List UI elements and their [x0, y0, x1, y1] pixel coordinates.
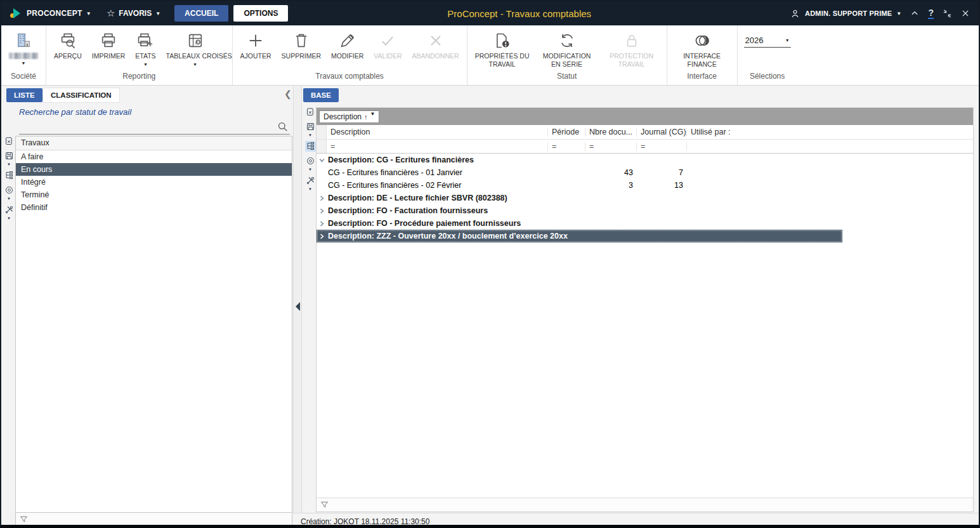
column-header-periode[interactable]: Période — [548, 128, 585, 136]
grid-group-row[interactable]: Description: CG - Ecritures financières — [317, 154, 842, 166]
societe-button[interactable]: ▼ — [4, 29, 43, 65]
cell-description: Description: ZZZ - Ouverture 20xx / bouc… — [327, 232, 842, 241]
grid-group-row[interactable]: Description: DE - Lecture fichier SBVR (… — [317, 192, 842, 204]
search-input[interactable] — [19, 119, 290, 135]
chevron-down-icon[interactable]: ▼ — [7, 197, 11, 201]
ribbon-group-interface: INTERFACE FINANCE Interface — [667, 25, 738, 85]
save-icon[interactable] — [305, 121, 316, 132]
list-item[interactable]: A faire — [16, 150, 292, 163]
eye-icon[interactable] — [4, 185, 15, 195]
window-title: ProConcept - Travaux comptables — [447, 8, 591, 19]
chevron-down-icon[interactable]: ▼ — [370, 111, 376, 117]
save-icon[interactable] — [4, 150, 15, 161]
building-icon — [15, 31, 32, 50]
ajouter-button[interactable]: AJOUTER — [235, 29, 277, 60]
close-icon — [961, 9, 970, 18]
list-item[interactable]: Définitif — [16, 201, 292, 214]
tree-view-icon[interactable] — [305, 141, 316, 152]
tableaux-croises-button[interactable]: TABLEAUX CROISÉS ▼ — [161, 29, 230, 67]
chevron-right-icon[interactable] — [317, 220, 327, 227]
left-filter-bar[interactable] — [15, 513, 292, 527]
splitter-collapse-icon[interactable] — [296, 302, 300, 311]
valider-button[interactable]: VALIDER — [369, 29, 407, 60]
column-header-nbre-docs[interactable]: Nbre docu... — [585, 128, 637, 136]
imprimer-button[interactable]: IMPRIMER — [87, 29, 131, 60]
chevron-down-icon[interactable]: ▼ — [7, 162, 11, 166]
column-header-journal[interactable]: Journal (CG) — [637, 128, 687, 136]
chevron-right-icon[interactable] — [317, 233, 327, 240]
chevron-right-icon[interactable] — [317, 208, 327, 214]
grid-group-row[interactable]: Description: ZZZ - Ouverture 20xx / bouc… — [317, 230, 842, 242]
grid-filter-bar[interactable] — [317, 498, 973, 512]
refresh-icon — [558, 31, 576, 50]
grid-data-row[interactable]: CG - Ecritures financières - 01 Janvier4… — [317, 166, 842, 179]
tab-accueil[interactable]: ACCUEIL — [174, 5, 228, 22]
abandonner-button[interactable]: ABANDONNER — [407, 29, 464, 60]
chevron-down-icon: ▼ — [896, 11, 901, 16]
grid-group-row[interactable]: Description: FO - Facturation fournisseu… — [317, 204, 842, 217]
tab-base[interactable]: BASE — [303, 88, 339, 102]
tab-liste[interactable]: LISTE — [6, 88, 42, 102]
protection-travail-button[interactable]: PROTECTION TRAVAIL — [599, 29, 664, 69]
group-by-bar[interactable]: Description ↑ ▼ — [317, 108, 973, 125]
filter-description[interactable]: = — [327, 142, 548, 151]
chevron-down-icon[interactable]: ▼ — [308, 168, 312, 171]
group-chip-description[interactable]: Description ↑ ▼ — [319, 110, 379, 123]
apercu-button[interactable]: APERÇU — [49, 29, 87, 60]
list-item[interactable]: Intégré — [16, 176, 292, 188]
search-icon[interactable] — [277, 121, 289, 133]
export-document-icon[interactable] — [4, 136, 15, 147]
filter-journal[interactable]: = — [637, 142, 687, 151]
interface-finance-button[interactable]: INTERFACE FINANCE — [670, 29, 735, 69]
tools-icon[interactable] — [305, 175, 316, 186]
supprimer-button[interactable]: SUPPRIMER — [277, 29, 326, 60]
tree-view-icon[interactable] — [4, 170, 15, 181]
proprietes-du-travail-button[interactable]: PROPRIÉTÉS DU TRAVAIL — [470, 29, 535, 69]
filter-periode[interactable]: = — [548, 142, 585, 151]
cell-nbre-docs: 3 — [585, 181, 637, 190]
content-area: LISTE CLASSIFICATION ❮ Recherche par sta… — [1, 86, 979, 525]
company-name-redacted — [9, 53, 38, 59]
restore-window-button[interactable] — [943, 9, 952, 18]
modifier-button[interactable]: MODIFIER — [326, 29, 369, 60]
panel-splitter[interactable] — [293, 86, 302, 525]
ribbon-group-selections: 2026 ▼ Sélections — [738, 25, 797, 85]
tab-options[interactable]: OPTIONS — [233, 5, 288, 22]
cell-nbre-docs: 43 — [585, 168, 637, 177]
grid-group-row[interactable]: Description: FO - Procédure paiement fou… — [317, 217, 842, 230]
close-window-button[interactable] — [961, 9, 970, 18]
year-selector[interactable]: 2026 ▼ — [744, 34, 791, 48]
favorites-menu[interactable]: ☆FAVORIS▼ — [98, 8, 169, 19]
x-icon — [427, 31, 445, 50]
list-item[interactable]: En cours — [16, 163, 292, 176]
document-alert-icon — [493, 31, 511, 50]
filter-nbre-docs[interactable]: = — [585, 142, 637, 151]
chevron-down-icon[interactable]: ▼ — [7, 216, 11, 220]
list-item[interactable]: Terminé — [16, 188, 292, 201]
etats-button[interactable]: ETATS ▼ — [130, 29, 160, 67]
help-button[interactable]: ? — [928, 8, 934, 19]
eye-icon[interactable] — [305, 155, 316, 166]
chevron-down-icon[interactable] — [317, 157, 327, 164]
chevron-right-icon[interactable] — [317, 195, 327, 202]
tools-icon[interactable] — [4, 204, 15, 215]
export-document-icon[interactable] — [305, 107, 316, 117]
grid-data-row[interactable]: CG - Ecritures financières - 02 Février3… — [317, 179, 842, 192]
collapse-ribbon-button[interactable] — [910, 9, 919, 18]
chevron-down-icon[interactable]: ▼ — [308, 133, 312, 137]
column-header-utilise-par[interactable]: Utilisé par : — [687, 128, 973, 136]
grid-filter-row: = = = = — [317, 140, 973, 154]
print-preview-icon — [59, 31, 77, 50]
ribbon-group-label-societe: Société — [4, 72, 43, 85]
grid-toolbar: ▼ ▼ ▼ — [304, 107, 316, 191]
row-indicator-filter — [317, 140, 327, 153]
check-icon — [379, 31, 396, 50]
chevron-down-icon[interactable]: ▼ — [308, 187, 312, 191]
column-header-description[interactable]: Description — [327, 128, 548, 136]
user-menu[interactable]: ADMIN. SUPPORT PRIME ▼ — [790, 8, 901, 19]
app-menu-proconcept[interactable]: PROCONCEPT▼ — [25, 9, 98, 18]
collapse-left-panel-button[interactable]: ❮ — [284, 89, 292, 99]
modification-en-serie-button[interactable]: MODIFICATION EN SÉRIE — [535, 29, 599, 69]
printer-plus-icon — [136, 31, 154, 50]
tab-classification[interactable]: CLASSIFICATION — [43, 88, 119, 102]
